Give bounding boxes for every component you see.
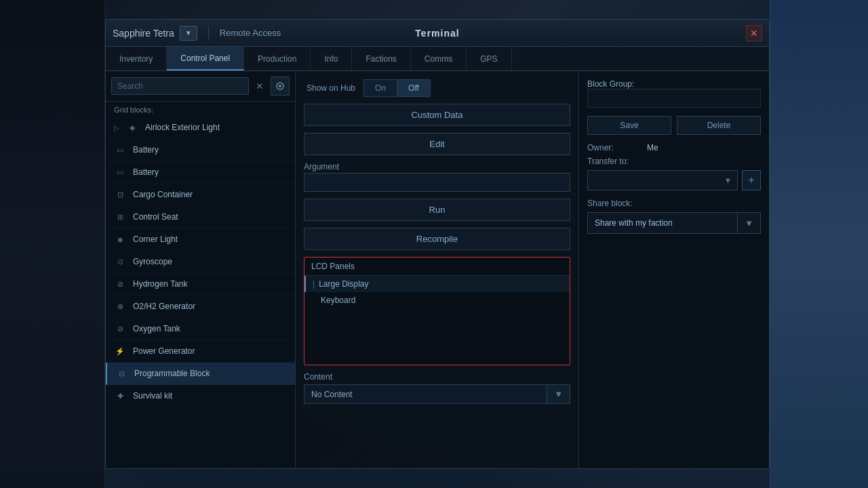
survival-kit-name: Survival kit	[133, 391, 172, 401]
main-content: ✕ Grid blocks: ▷ ◈ Airlock Exterior Ligh…	[106, 71, 769, 468]
argument-label: Argument	[304, 162, 570, 171]
lcd-item-pipe: |	[313, 279, 315, 289]
right-panel: Block Group: Save Delete Owner: Me Trans…	[579, 71, 769, 468]
block-item-battery1[interactable]: ▭ Battery	[106, 139, 295, 161]
content-dropdown[interactable]: No Content ▼	[304, 384, 570, 404]
center-panel: Show on Hub On Off Custom Data Edit Argu…	[296, 71, 579, 468]
recompile-button[interactable]: Recompile	[304, 228, 570, 250]
tab-bar: Inventory Control Panel Production Info …	[106, 47, 769, 71]
block-item-prog-block[interactable]: ⊟ Programmable Block	[106, 363, 295, 385]
run-button[interactable]: Run	[304, 199, 570, 221]
edit-button[interactable]: Edit	[304, 133, 570, 155]
toggle-group: On Off	[363, 79, 431, 97]
toggle-off-button[interactable]: Off	[397, 79, 431, 97]
tab-factions[interactable]: Factions	[352, 47, 410, 70]
search-bar: ✕	[106, 71, 295, 102]
tab-control-panel[interactable]: Control Panel	[167, 47, 244, 70]
save-button[interactable]: Save	[587, 116, 671, 135]
prog-block-name: Programmable Block	[134, 369, 210, 378]
block-list: ▷ ◈ Airlock Exterior Light ▭ Battery ▭ B…	[106, 117, 295, 468]
share-dropdown[interactable]: Share with my faction ▼	[587, 212, 761, 234]
block-item-cargo[interactable]: ⊡ Cargo Container	[106, 184, 295, 206]
content-arrow-icon[interactable]: ▼	[547, 385, 570, 403]
left-panel: ✕ Grid blocks: ▷ ◈ Airlock Exterior Ligh…	[106, 71, 296, 468]
toggle-on-button[interactable]: On	[363, 79, 397, 97]
battery1-icon: ▭	[114, 144, 126, 156]
share-value: Share with my faction	[588, 218, 737, 228]
block-item-battery2[interactable]: ▭ Battery	[106, 161, 295, 184]
owner-value: Me	[647, 143, 658, 152]
argument-input[interactable]	[304, 173, 570, 192]
tab-gps[interactable]: GPS	[467, 47, 511, 70]
title-bar: Sapphire Tetra ▼ Remote Access Terminal …	[106, 20, 769, 47]
block-item-corner-light[interactable]: ◈ Corner Light	[106, 228, 295, 251]
transfer-dropdown[interactable]: ▼	[587, 170, 738, 190]
block-group-row	[587, 89, 761, 108]
lcd-panels-header: LCD Panels	[304, 258, 570, 276]
remote-access-label: Remote Access	[220, 28, 281, 38]
add-transfer-button[interactable]: +	[742, 170, 761, 190]
save-delete-row: Save Delete	[587, 116, 761, 135]
show-on-hud-row: Show on Hub On Off	[304, 79, 570, 97]
terminal-window: Sapphire Tetra ▼ Remote Access Terminal …	[105, 19, 770, 469]
oxygen-tank-name: Oxygen Tank	[133, 324, 180, 333]
block-item-gyroscope[interactable]: ⊙ Gyroscope	[106, 251, 295, 273]
control-seat-name: Control Seat	[133, 212, 178, 222]
tab-comms[interactable]: Comms	[411, 47, 467, 70]
block-item-control-seat[interactable]: ⊞ Control Seat	[106, 206, 295, 228]
close-button[interactable]: ✕	[746, 25, 762, 41]
gyroscope-icon: ⊙	[114, 256, 126, 268]
argument-section: Argument	[304, 162, 570, 192]
corner-light-icon: ◈	[114, 233, 126, 245]
blocks-section-label: Grid blocks:	[106, 102, 295, 117]
block-item-survival-kit[interactable]: ✚ Survival kit	[106, 385, 295, 407]
ship-dropdown-button[interactable]: ▼	[180, 26, 197, 41]
owner-line: Owner: Me	[587, 143, 761, 152]
search-clear-button[interactable]: ✕	[253, 79, 267, 93]
corner-light-name: Corner Light	[133, 235, 178, 244]
block-group-label: Block Group:	[587, 79, 761, 89]
info-row: Owner: Me Transfer to: ▼ +	[587, 143, 761, 190]
airlock-arrow: ▷	[114, 124, 119, 131]
airlock-name: Airlock Exterior Light	[145, 123, 220, 132]
search-input[interactable]	[111, 77, 249, 95]
block-item-airlock[interactable]: ▷ ◈ Airlock Exterior Light	[106, 117, 295, 139]
prog-block-icon: ⊟	[115, 367, 127, 380]
transfer-input[interactable]	[588, 173, 719, 188]
delete-button[interactable]: Delete	[677, 116, 761, 135]
block-item-power-gen[interactable]: ⚡ Power Generator	[106, 340, 295, 363]
share-dropdown-arrow[interactable]: ▼	[737, 213, 760, 233]
svg-point-1	[279, 85, 281, 87]
background-left-panel	[0, 0, 105, 488]
cargo-name: Cargo Container	[133, 190, 193, 199]
transfer-dropdown-arrow[interactable]: ▼	[719, 176, 737, 184]
hydrogen-tank-name: Hydrogen Tank	[133, 279, 188, 289]
tab-inventory[interactable]: Inventory	[106, 47, 167, 70]
block-item-o2h2[interactable]: ⊛ O2/H2 Generator	[106, 296, 295, 318]
tab-production[interactable]: Production	[244, 47, 311, 70]
owner-key: Owner:	[587, 143, 642, 152]
gyroscope-name: Gyroscope	[133, 257, 172, 266]
block-item-oxygen-tank[interactable]: ⊘ Oxygen Tank	[106, 318, 295, 340]
transfer-line: Transfer to:	[587, 157, 761, 166]
hydrogen-tank-icon: ⊘	[114, 278, 126, 290]
lcd-item-keyboard[interactable]: Keyboard	[304, 292, 570, 308]
share-section: Share block: Share with my faction ▼	[587, 199, 761, 234]
title-separator	[208, 26, 209, 40]
content-section: Content No Content ▼	[304, 372, 570, 404]
content-value: No Content	[304, 386, 547, 403]
cargo-icon: ⊡	[114, 188, 126, 201]
lcd-item-large-display[interactable]: | Large Display	[304, 276, 570, 292]
tab-info[interactable]: Info	[311, 47, 352, 70]
block-item-hydrogen-tank[interactable]: ⊘ Hydrogen Tank	[106, 273, 295, 296]
content-label: Content	[304, 372, 570, 382]
control-seat-icon: ⊞	[114, 211, 126, 223]
search-filter-button[interactable]	[271, 77, 290, 96]
power-gen-icon: ⚡	[114, 345, 126, 357]
block-group-section: Block Group:	[587, 79, 761, 108]
custom-data-button[interactable]: Custom Data	[304, 104, 570, 126]
battery1-name: Battery	[133, 145, 159, 155]
survival-kit-icon: ✚	[114, 390, 126, 402]
o2h2-name: O2/H2 Generator	[133, 302, 195, 311]
terminal-title: Terminal	[415, 28, 459, 39]
